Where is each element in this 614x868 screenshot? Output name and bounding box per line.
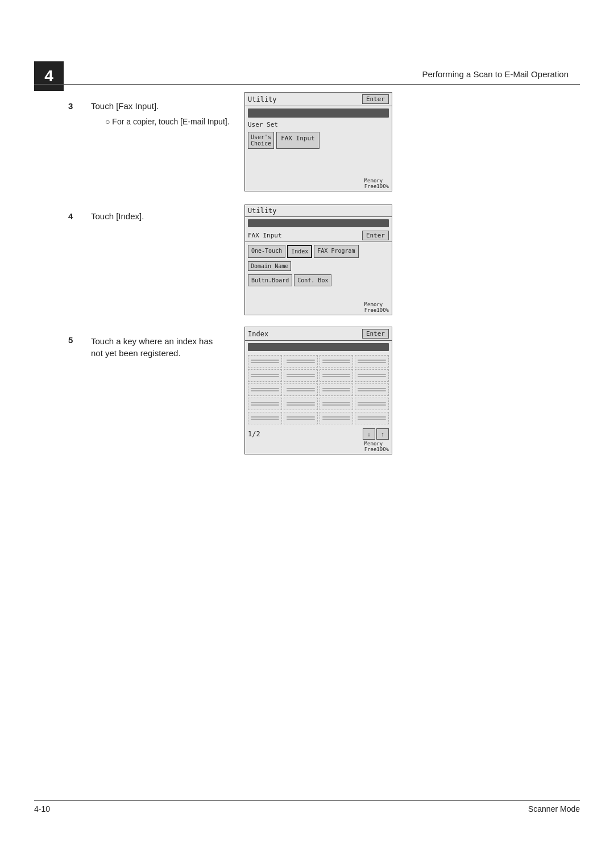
screen1-button-row: User'sChoice FAX Input — [245, 130, 392, 151]
screen3-page-indicator: 1/2 — [248, 430, 260, 438]
footer-page-number: 4-10 — [34, 804, 50, 813]
screen3-title-bar: Index Enter — [245, 327, 392, 341]
screen3-nav-buttons: ↓ ↑ — [363, 428, 389, 440]
index-cell-7[interactable] — [320, 369, 354, 382]
header-rule — [34, 84, 580, 85]
screen2-memory: Memory Free100% — [364, 302, 389, 313]
step4-number: 4 — [68, 211, 73, 221]
screen2-one-touch-button[interactable]: One-Touch — [248, 245, 285, 258]
screen2-title-bar: Utility — [245, 205, 392, 217]
screen1-users-choice-button[interactable]: User'sChoice — [248, 132, 274, 149]
screen3-nav-up-button[interactable]: ↑ — [376, 428, 389, 440]
screen2-fax-label: FAX Input — [248, 232, 282, 239]
screen1-memory: Memory Free100% — [364, 178, 389, 189]
screen3-memory: Memory Free100% — [364, 441, 389, 452]
index-cell-14[interactable] — [284, 398, 318, 410]
footer-rule — [34, 800, 580, 801]
screen3-title: Index — [248, 330, 268, 338]
step4-text: Touch [Index]. — [91, 211, 144, 221]
step3-number: 3 — [68, 101, 73, 111]
index-cell-18[interactable] — [284, 412, 318, 424]
screen2-fax-row: FAX Input Enter — [245, 229, 392, 242]
screen3-bottom-row: 1/2 ↓ ↑ — [245, 426, 392, 441]
step3-text: Touch [Fax Input]. — [91, 101, 159, 111]
screen2-domain-row: Domain Name — [245, 259, 392, 273]
screen1-dark-bar — [248, 108, 389, 118]
index-cell-16[interactable] — [355, 398, 389, 410]
step3-sub-text: ○ For a copier, touch [E-mail Input]. — [105, 116, 230, 128]
footer-section-title: Scanner Mode — [528, 804, 580, 813]
screen1-enter-button[interactable]: Enter — [362, 94, 389, 104]
index-cell-8[interactable] — [355, 369, 389, 382]
index-cell-20[interactable] — [355, 412, 389, 424]
screen2-btn-row2: Bultn.Board Conf. Box — [245, 273, 392, 288]
index-cell-4[interactable] — [355, 355, 389, 368]
screen2-dark-bar — [248, 219, 389, 227]
index-cell-15[interactable] — [320, 398, 354, 410]
screen3-enter-button[interactable]: Enter — [362, 329, 389, 339]
screen1-fax-input-button[interactable]: FAX Input — [276, 132, 320, 149]
screen2-enter-button[interactable]: Enter — [362, 231, 389, 240]
screen2-bultn-board-button[interactable]: Bultn.Board — [248, 274, 292, 286]
page-tab: 4 — [34, 61, 64, 91]
screen1-user-set-label: User Set — [245, 120, 392, 130]
index-cell-5[interactable] — [248, 369, 282, 382]
screen2-fax-input: Utility FAX Input Enter One-Touch Index … — [244, 205, 392, 315]
index-cell-19[interactable] — [320, 412, 354, 424]
screen2-conf-box-button[interactable]: Conf. Box — [294, 274, 331, 286]
screen2-index-button[interactable]: Index — [287, 245, 312, 258]
screen1-title: Utility — [248, 95, 277, 103]
screen1-utility: Utility Enter User Set User'sChoice FAX … — [244, 92, 392, 191]
screen2-fax-program-button[interactable]: FAX Program — [314, 245, 358, 258]
screen2-domain-button[interactable]: Domain Name — [248, 261, 291, 271]
index-cell-13[interactable] — [248, 398, 282, 410]
step5-text: Touch a key where an index has not yet b… — [91, 335, 222, 359]
screen3-index: Index Enter 1/2 ↓ ↑ — [244, 327, 392, 454]
index-cell-10[interactable] — [284, 383, 318, 396]
index-cell-9[interactable] — [248, 383, 282, 396]
step5-number: 5 — [68, 335, 73, 345]
index-cell-1[interactable] — [248, 355, 282, 368]
screen3-dark-bar — [248, 343, 389, 351]
index-cell-2[interactable] — [284, 355, 318, 368]
page-header-title: Performing a Scan to E-Mail Operation — [422, 69, 569, 79]
index-cell-6[interactable] — [284, 369, 318, 382]
index-cell-3[interactable] — [320, 355, 354, 368]
index-cell-17[interactable] — [248, 412, 282, 424]
screen2-btn-row1: One-Touch Index FAX Program — [245, 242, 392, 259]
screen1-title-bar: Utility Enter — [245, 93, 392, 106]
index-cell-12[interactable] — [355, 383, 389, 396]
screen3-nav-down-button[interactable]: ↓ — [363, 428, 375, 440]
screen2-title: Utility — [248, 207, 277, 215]
screen3-grid — [245, 353, 392, 426]
bullet-symbol: ○ — [105, 117, 112, 126]
index-cell-11[interactable] — [320, 383, 354, 396]
